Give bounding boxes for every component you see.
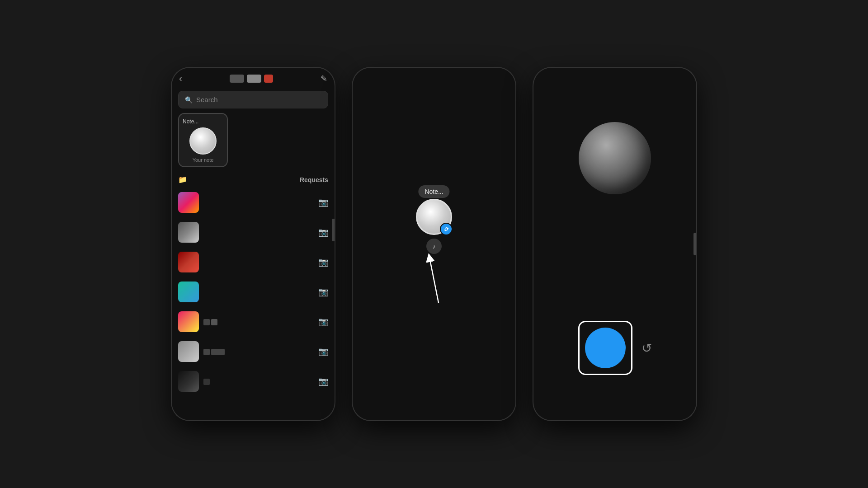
camera-icon-3: 📷 — [318, 257, 328, 267]
chat-thumb-6 — [178, 341, 199, 362]
chat-item-1[interactable]: 📷 — [172, 188, 335, 217]
chat-info-5 — [203, 318, 328, 325]
phone1-header: ‹ ✎ — [172, 68, 335, 87]
note-bubble: Note... — [418, 185, 449, 198]
phone-1: ‹ ✎ 🔍 Search Note... Your note 📁 Request… — [172, 68, 335, 420]
camera-icon-2: 📷 — [318, 227, 328, 237]
search-bar[interactable]: 🔍 Search — [178, 91, 328, 108]
capture-circle — [585, 328, 626, 368]
side-handle-phone1 — [332, 219, 335, 241]
chat-thumb-1 — [178, 192, 199, 213]
arrow-indicator — [425, 253, 461, 307]
chat-thumb-5 — [178, 311, 199, 332]
side-handle-phone3 — [693, 233, 696, 255]
music-icon: ♪ — [433, 243, 436, 250]
camera-icon-1: 📷 — [318, 197, 328, 207]
chat-squares-5 — [203, 319, 328, 325]
sq1 — [203, 319, 210, 325]
sq2 — [211, 319, 217, 325]
avatar-wrap: ♪ — [416, 199, 452, 254]
phone2-avatar — [416, 199, 452, 235]
chat-info-7 — [203, 378, 328, 385]
music-bubble[interactable]: ♪ — [426, 239, 442, 254]
chat-item-2[interactable]: 📷 — [172, 217, 335, 247]
phone-2: Note... ♪ — [353, 68, 515, 420]
chat-info-6 — [203, 348, 328, 355]
tab-pill-2[interactable] — [247, 75, 261, 83]
chat-item-4[interactable]: 📷 — [172, 277, 335, 307]
chat-thumb-7 — [178, 371, 199, 392]
chat-item-6[interactable]: 📷 — [172, 337, 335, 366]
header-tabs — [230, 75, 273, 83]
search-placeholder: Search — [196, 96, 218, 103]
chat-thumb-3 — [178, 252, 199, 272]
phone-3: ↺ — [533, 68, 696, 420]
edit-icon[interactable]: ✎ — [321, 74, 327, 84]
chat-squares-6 — [203, 349, 328, 355]
sq3 — [203, 349, 210, 355]
chat-item-3[interactable]: 📷 — [172, 247, 335, 277]
gray-sphere — [579, 122, 651, 194]
sq5 — [203, 379, 210, 385]
tab-pill-1[interactable] — [230, 75, 244, 83]
requests-label: Requests — [300, 176, 328, 183]
your-note-section: Note... Your note — [178, 113, 328, 167]
chat-list: 📷 📷 📷 📷 � — [172, 188, 335, 396]
back-icon[interactable]: ‹ — [179, 73, 182, 84]
requests-header: 📁 Requests — [172, 172, 335, 188]
search-icon: 🔍 — [185, 96, 193, 103]
phone3-content: ↺ — [533, 68, 696, 420]
camera-icon-4: 📷 — [318, 287, 328, 297]
phone2-content: Note... ♪ — [353, 68, 515, 420]
chat-thumb-4 — [178, 282, 199, 302]
your-note-avatar — [189, 127, 217, 155]
phone3-bottom: ↺ — [578, 321, 652, 375]
note-card-label: Note... — [183, 118, 198, 125]
your-note-sublabel: Your note — [193, 157, 214, 163]
chat-squares-7 — [203, 379, 328, 385]
camera-icon-6: 📷 — [318, 347, 328, 357]
chat-item-7[interactable]: 📷 — [172, 366, 335, 396]
svg-line-1 — [429, 258, 439, 303]
camera-icon-7: 📷 — [318, 376, 328, 386]
rotate-icon[interactable]: ↺ — [642, 341, 652, 356]
capture-button-wrap[interactable] — [578, 321, 632, 375]
camera-badge[interactable] — [440, 223, 453, 235]
tab-pill-red[interactable] — [264, 75, 273, 83]
camera-icon-5: 📷 — [318, 317, 328, 327]
chat-item-5[interactable]: 📷 — [172, 307, 335, 337]
chat-thumb-2 — [178, 222, 199, 243]
sq4 — [211, 349, 225, 355]
camera-badge-icon — [443, 226, 449, 232]
folder-icon: 📁 — [178, 175, 187, 184]
note-card[interactable]: Note... Your note — [178, 113, 228, 167]
